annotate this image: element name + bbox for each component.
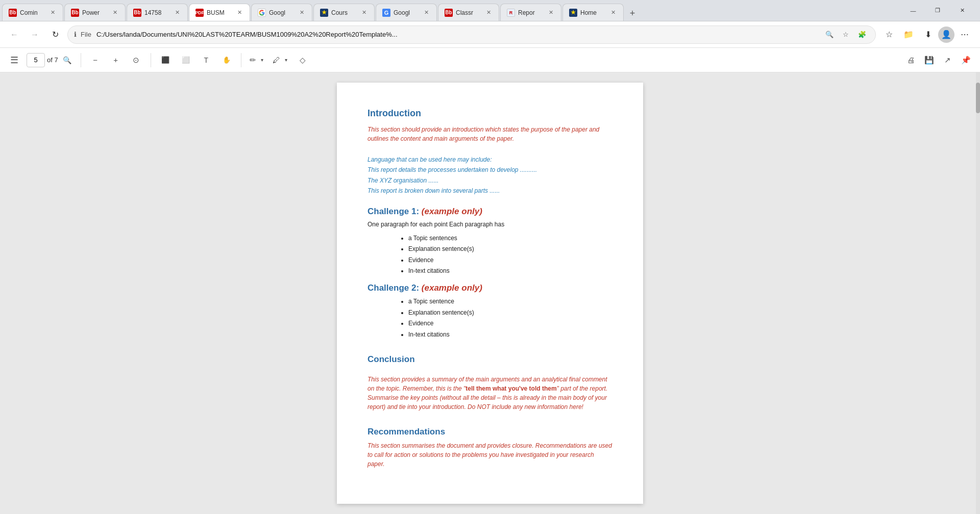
minimize-button[interactable]: — xyxy=(901,3,925,19)
zoom-fit-button[interactable]: ⊙ xyxy=(128,52,144,68)
profile-button[interactable]: 👤 xyxy=(938,27,954,43)
page-number-input[interactable]: 5 xyxy=(27,53,45,67)
annotation-icon: ✏ xyxy=(248,56,258,65)
tab-comin[interactable]: Bb Comin ✕ xyxy=(2,4,63,21)
conclusion-red-text: This section provides a summary of the m… xyxy=(368,375,612,412)
toolbar-separator-3 xyxy=(241,53,241,67)
annotation-dropdown-arrow[interactable]: ▾ xyxy=(258,52,266,68)
main-area: Introduction This section should provide… xyxy=(0,72,980,514)
pdf-toolbar: ☰ 5 of 7 🔍 − + ⊙ ⬛ ⬜ T ✋ ✏ ▾ 🖊 ▾ ◇ 🖨 💾 ↗… xyxy=(0,48,980,72)
tab-title-googl2: Googl xyxy=(394,9,419,16)
forward-button[interactable]: → xyxy=(27,27,43,43)
bullet-item: Evidence xyxy=(408,318,612,329)
bullet-item: a Topic sentence xyxy=(408,296,612,307)
tab-close-classr[interactable]: ✕ xyxy=(484,9,493,17)
conclusion-title: Conclusion xyxy=(368,354,612,365)
introduction-red-text: This section should provide an introduct… xyxy=(368,125,612,143)
conclusion-bold-text: tell them what you've told them xyxy=(465,385,556,392)
print-button[interactable]: 🖨 xyxy=(902,52,919,68)
tab-classr[interactable]: Bb Classr ✕ xyxy=(438,4,499,21)
tab-title-classr: Classr xyxy=(456,9,481,16)
navigation-bar: ← → ↻ ℹ File C:/Users/landa/Documents/UN… xyxy=(0,21,980,48)
text-select-button[interactable]: T xyxy=(198,52,214,68)
tab-group: Bb Comin ✕ Bb Power ✕ Bb 14758 ✕ PDF BUS… xyxy=(2,0,897,21)
spacer-4 xyxy=(368,340,612,350)
tab-close-home[interactable]: ✕ xyxy=(609,9,617,17)
pdf-menu-button[interactable]: ☰ xyxy=(6,52,22,68)
tab-title-busm: BUSM xyxy=(207,9,232,16)
tab-close-14758[interactable]: ✕ xyxy=(173,9,181,17)
favorites-button[interactable]: ☆ xyxy=(880,25,898,44)
pdf-search-button[interactable]: 🔍 xyxy=(60,53,75,67)
collections-button[interactable]: 📁 xyxy=(899,25,918,44)
tab-cours[interactable]: ★ Cours ✕ xyxy=(313,4,375,21)
markup-dropdown-arrow[interactable]: ▾ xyxy=(282,52,290,68)
pdf-page: Introduction This section should provide… xyxy=(337,83,643,504)
new-tab-button[interactable]: + xyxy=(625,6,640,21)
tab-close-googl2[interactable]: ✕ xyxy=(422,9,430,17)
language-heading: Language that can be used here may inclu… xyxy=(368,155,612,165)
tab-close-googl1[interactable]: ✕ xyxy=(298,9,306,17)
eraser-button[interactable]: ◇ xyxy=(295,52,311,68)
challenge2-bullets: a Topic sentence Explanation sentence(s)… xyxy=(408,296,612,340)
tab-close-comin[interactable]: ✕ xyxy=(48,9,57,17)
tab-title-googl1: Googl xyxy=(269,9,295,16)
tab-favicon-google1 xyxy=(258,9,266,17)
challenge2-title: Challenge 2: (example only) xyxy=(368,283,612,293)
tab-close-power[interactable]: ✕ xyxy=(111,9,119,17)
scrollbar-thumb[interactable] xyxy=(976,83,980,113)
conclusion-section: Conclusion This section provides a summa… xyxy=(368,354,612,412)
save-button[interactable]: 💾 xyxy=(921,52,937,68)
challenge1-title-text: Challenge 1: xyxy=(368,207,419,216)
lock-icon: ℹ xyxy=(74,31,77,38)
tab-googl1[interactable]: Googl ✕ xyxy=(251,4,312,21)
language-item-1: This report details the processes undert… xyxy=(368,165,612,175)
scroll-mode-button[interactable]: ⬛ xyxy=(157,52,174,68)
language-item-2: The XYZ organisation ...... xyxy=(368,175,612,186)
address-url: C:/Users/landa/Documents/UNI%20LAST%20TE… xyxy=(96,31,818,38)
tab-googl2[interactable]: G Googl ✕ xyxy=(376,4,437,21)
search-url-button[interactable]: 🔍 xyxy=(822,28,837,42)
downloads-button[interactable]: ⬇ xyxy=(919,25,937,44)
zoom-out-button[interactable]: − xyxy=(87,52,104,68)
challenge1-bullets: a Topic sentences Explanation sentence(s… xyxy=(408,233,612,277)
bullet-item: a Topic sentences xyxy=(408,233,612,244)
page-spread-button[interactable]: ⬜ xyxy=(178,52,194,68)
challenge2-section: Challenge 2: (example only) a Topic sent… xyxy=(368,283,612,340)
challenge1-example: (example only) xyxy=(422,207,482,216)
tab-title-14758: 14758 xyxy=(144,9,170,16)
right-panel xyxy=(755,72,980,514)
challenge1-section: Challenge 1: (example only) One paragrap… xyxy=(368,207,612,277)
tab-favicon-bb3: Bb xyxy=(133,9,141,17)
tab-favicon-star1: ★ xyxy=(320,9,328,17)
refresh-button[interactable]: ↻ xyxy=(47,27,63,43)
spacer-6 xyxy=(368,417,612,423)
scrollbar-track xyxy=(976,72,980,514)
annotation-button[interactable]: ✏ ▾ xyxy=(248,52,266,68)
tab-home[interactable]: ★ Home ✕ xyxy=(562,4,624,21)
toolbar-separator-1 xyxy=(81,53,81,67)
tab-title-cours: Cours xyxy=(331,9,357,16)
favorites-icon[interactable]: ☆ xyxy=(839,28,853,42)
tab-14758[interactable]: Bb 14758 ✕ xyxy=(127,4,188,21)
tab-close-busm[interactable]: ✕ xyxy=(235,9,243,17)
maximize-button[interactable]: ❐ xyxy=(926,3,949,19)
tab-power[interactable]: Bb Power ✕ xyxy=(64,4,126,21)
share-button[interactable]: ↗ xyxy=(939,52,955,68)
address-bar[interactable]: ℹ File C:/Users/landa/Documents/UNI%20LA… xyxy=(67,25,876,44)
file-label: File xyxy=(81,31,91,38)
back-button[interactable]: ← xyxy=(6,27,22,43)
settings-button[interactable]: ⋯ xyxy=(955,25,974,44)
zoom-in-button[interactable]: + xyxy=(108,52,124,68)
tab-repor[interactable]: R Repor ✕ xyxy=(500,4,561,21)
tab-close-repor[interactable]: ✕ xyxy=(547,9,555,17)
pin-button[interactable]: 📌 xyxy=(958,52,974,68)
close-button[interactable]: ✕ xyxy=(950,3,974,19)
spacer-3 xyxy=(368,277,612,283)
spacer-5 xyxy=(368,369,612,375)
tab-close-cours[interactable]: ✕ xyxy=(360,9,368,17)
extensions-icon[interactable]: 🧩 xyxy=(855,28,869,42)
markup-button[interactable]: 🖊 ▾ xyxy=(271,52,290,68)
hand-tool-button[interactable]: ✋ xyxy=(218,52,235,68)
tab-busm[interactable]: PDF BUSM ✕ xyxy=(189,4,250,21)
